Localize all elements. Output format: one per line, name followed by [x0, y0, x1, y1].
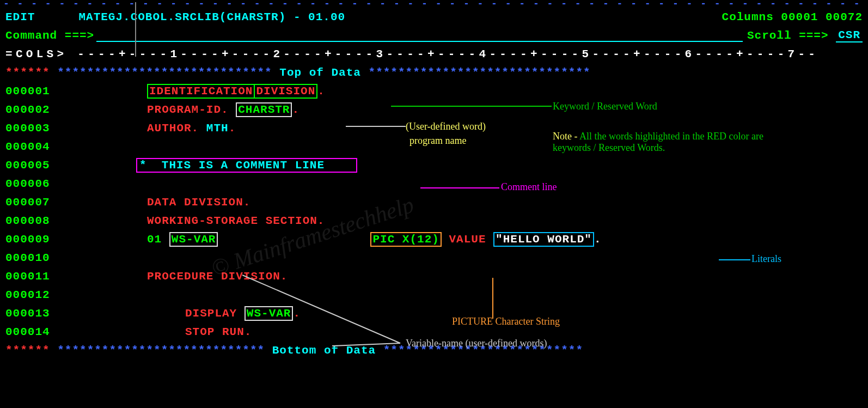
ruler-text: =COLS> ----+----1----+----2----+----3---…	[5, 48, 818, 60]
edit-mode: EDIT	[5, 11, 35, 23]
connector-variable	[242, 272, 406, 349]
seq-6: 000006	[0, 178, 54, 190]
seq-9: 000009	[0, 233, 54, 246]
cols-ruler: =COLS> ----+----1----+----2----+----3---…	[0, 45, 868, 63]
author-keyword: AUTHOR.	[147, 122, 199, 135]
top-stars-left: ******	[5, 66, 50, 79]
seq-5: 000005	[0, 159, 54, 172]
connector-comment	[420, 187, 499, 189]
annotation-variable: Variable-name (user-defined words)	[406, 338, 547, 349]
annotation-comment: Comment line	[501, 181, 557, 193]
bottom-asterisks-left: ****************************	[50, 344, 272, 357]
note-label: Note -	[553, 131, 579, 142]
seq-1: 000001	[0, 85, 54, 98]
seq-2: 000002	[0, 103, 54, 116]
code-line-10[interactable]: 000010	[0, 248, 868, 267]
identification-keyword: IDENTIFICATION	[149, 85, 253, 98]
program-id-keyword: PROGRAM-ID.	[147, 103, 229, 116]
scroll-value[interactable]: CSR	[836, 29, 863, 42]
connector-picture	[492, 278, 494, 319]
command-row: Command ===> Scroll ===> CSR	[0, 26, 868, 45]
dot: .	[292, 103, 299, 116]
seq-4: 000004	[0, 141, 54, 153]
pic-clause: PIC X(12)	[372, 233, 439, 246]
comment-text: * THIS IS A COMMENT LINE	[139, 159, 325, 172]
code-line-2[interactable]: 000002 PROGRAM-ID. CHARSTR.	[0, 100, 868, 119]
seq-13: 000013	[0, 307, 54, 320]
annotation-keyword: Keyword / Reserved Word	[553, 101, 657, 112]
connector-userdef	[346, 125, 406, 127]
display-keyword: DISPLAY	[185, 307, 237, 320]
code-line-1[interactable]: 000001 IDENTIFICATIONDIVISION.	[0, 82, 868, 100]
string-literal: "HELLO WORLD"	[496, 233, 592, 246]
note-text: All the words highlighted in the RED col…	[553, 131, 763, 153]
code-line-8[interactable]: 000008 WORKING-STORAGE SECTION.	[0, 211, 868, 230]
dot: .	[229, 122, 236, 135]
dot: .	[594, 233, 602, 246]
seq-12: 000012	[0, 289, 54, 301]
top-asterisks-right: ******************************	[361, 66, 591, 79]
data-division: DATA DIVISION.	[147, 196, 250, 209]
code-line-7[interactable]: 000007 DATA DIVISION.	[0, 193, 868, 211]
top-of-data-label: Top of Data	[279, 66, 361, 79]
annotation-note: Note - All the words highlighted in the …	[553, 131, 781, 154]
top-border: - - - - - - - - - - - - - - - - - - - - …	[0, 0, 868, 8]
dot: .	[317, 85, 325, 98]
seq-7: 000007	[0, 196, 54, 209]
code-line-11[interactable]: 000011 PROCEDURE DIVISION.	[0, 267, 868, 285]
seq-11: 000011	[0, 270, 54, 283]
annotation-user-defined-1: (User-defined word)	[406, 121, 486, 132]
seq-10: 000010	[0, 252, 54, 264]
scroll-label: Scroll ===>	[747, 29, 829, 42]
connector-keyword	[391, 105, 552, 107]
author-name: MTH	[206, 122, 229, 135]
svg-line-5	[332, 343, 400, 346]
ws-var-1: WS-VAR	[172, 233, 216, 246]
seq-14: 000014	[0, 326, 54, 338]
svg-line-4	[242, 275, 400, 343]
top-asterisks-left: *****************************	[50, 66, 280, 79]
annotation-picture: PICTURE Character String	[452, 316, 560, 327]
annotation-literals: Literals	[751, 253, 781, 265]
command-input[interactable]	[96, 29, 743, 42]
annotation-user-defined-2: program name	[409, 135, 466, 147]
cursor-vertical-line	[135, 2, 136, 57]
program-name: CHARSTR	[238, 103, 290, 116]
division-keyword: DIVISION	[256, 85, 315, 98]
code-line-13[interactable]: 000013 DISPLAY WS-VAR.	[0, 304, 868, 322]
value-keyword: VALUE	[449, 233, 486, 246]
columns-indicator: Columns 00001 00072	[722, 11, 863, 23]
connector-literals	[719, 259, 750, 261]
header-row: EDIT MATEGJ.COBOL.SRCLIB(CHARSTR) - 01.0…	[0, 8, 868, 26]
code-line-12[interactable]: 000012	[0, 285, 868, 304]
seq-3: 000003	[0, 122, 54, 135]
command-label: Command ===>	[5, 29, 94, 42]
top-of-data-row: ****** ***************************** Top…	[0, 63, 868, 82]
bottom-stars-left: ******	[5, 344, 50, 357]
level-number: 01	[147, 233, 162, 246]
code-line-6[interactable]: 000006	[0, 174, 868, 193]
seq-8: 000008	[0, 215, 54, 227]
code-line-5[interactable]: 000005 * THIS IS A COMMENT LINE	[0, 156, 868, 174]
working-storage: WORKING-STORAGE SECTION.	[147, 215, 325, 227]
dataset-name: MATEGJ.COBOL.SRCLIB(CHARSTR) - 01.00	[78, 11, 345, 23]
code-line-9[interactable]: 000009 01 WS-VAR PIC X(12) VALUE "HELLO …	[0, 230, 868, 248]
